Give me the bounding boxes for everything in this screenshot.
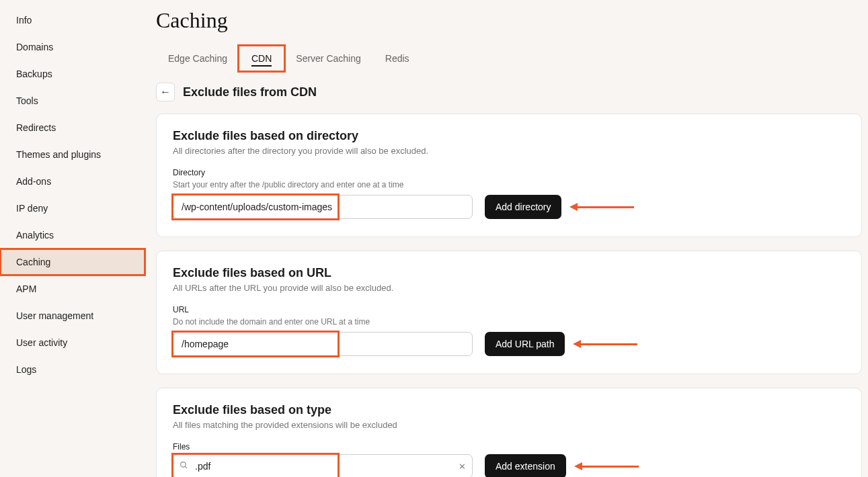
tab-edge-caching[interactable]: Edge Caching bbox=[156, 46, 239, 71]
field-hint: Start your entry after the /public direc… bbox=[173, 180, 845, 189]
tab-server-caching[interactable]: Server Caching bbox=[284, 46, 373, 71]
sidebar-item-label: Logs bbox=[16, 364, 36, 375]
arrow-head-icon bbox=[569, 203, 578, 211]
annotation-arrow bbox=[573, 340, 637, 348]
card-desc: All files matching the provided extensio… bbox=[173, 420, 845, 430]
clear-icon[interactable]: ✕ bbox=[459, 462, 466, 472]
field-label: Directory bbox=[173, 168, 845, 177]
card-title: Exclude files based on type bbox=[173, 403, 845, 417]
card-desc: All URLs after the URL you provide will … bbox=[173, 283, 845, 293]
arrow-head-icon bbox=[573, 340, 581, 348]
url-input[interactable] bbox=[173, 332, 473, 356]
arrow-line bbox=[581, 343, 637, 345]
sidebar-item-redirects[interactable]: Redirects bbox=[0, 114, 145, 141]
sidebar-item-analytics[interactable]: Analytics bbox=[0, 222, 145, 249]
sidebar-item-domains[interactable]: Domains bbox=[0, 34, 145, 60]
field-hint: Do not include the domain and enter one … bbox=[173, 317, 845, 327]
sidebar-item-label: Themes and plugins bbox=[16, 149, 101, 160]
annotation-arrow bbox=[574, 462, 639, 470]
tab-label: CDN bbox=[251, 53, 272, 64]
card-desc: All directories after the directory you … bbox=[173, 146, 845, 156]
tab-label: Redis bbox=[385, 53, 409, 64]
sidebar-item-label: Tools bbox=[16, 95, 38, 106]
add-directory-button[interactable]: Add directory bbox=[485, 195, 561, 219]
sidebar-item-label: IP deny bbox=[16, 203, 48, 214]
sidebar-item-themes-plugins[interactable]: Themes and plugins bbox=[0, 141, 145, 168]
sidebar-item-user-activity[interactable]: User activity bbox=[0, 329, 145, 356]
files-input[interactable] bbox=[173, 454, 473, 477]
field-label: Files bbox=[173, 442, 845, 451]
card-title: Exclude files based on URL bbox=[173, 266, 845, 280]
sidebar-item-label: Caching bbox=[16, 257, 50, 267]
sidebar-item-ipdeny[interactable]: IP deny bbox=[0, 195, 145, 222]
card-exclude-type: Exclude files based on type All files ma… bbox=[156, 388, 862, 477]
tab-cdn[interactable]: CDN bbox=[239, 46, 284, 71]
sidebar-item-label: APM bbox=[16, 284, 36, 294]
sidebar-item-backups[interactable]: Backups bbox=[0, 60, 145, 87]
sidebar-item-label: Domains bbox=[16, 42, 53, 52]
sidebar-item-apm[interactable]: APM bbox=[0, 275, 145, 302]
arrow-left-icon: ← bbox=[160, 86, 171, 98]
add-extension-button[interactable]: Add extension bbox=[485, 454, 566, 477]
sidebar-item-label: User activity bbox=[16, 337, 67, 348]
directory-input[interactable] bbox=[173, 195, 473, 219]
back-button[interactable]: ← bbox=[156, 83, 175, 101]
main-content: Caching Edge Caching CDN Server Caching … bbox=[145, 0, 868, 477]
sidebar-item-info[interactable]: Info bbox=[0, 7, 145, 34]
card-exclude-directory: Exclude files based on directory All dir… bbox=[156, 114, 862, 237]
arrow-line bbox=[578, 206, 634, 208]
arrow-line bbox=[582, 466, 639, 468]
sidebar-item-label: User management bbox=[16, 310, 93, 321]
sidebar-item-tools[interactable]: Tools bbox=[0, 87, 145, 114]
annotation-arrow bbox=[569, 203, 634, 211]
sidebar: Info Domains Backups Tools Redirects The… bbox=[0, 0, 145, 477]
tab-label: Server Caching bbox=[296, 53, 361, 64]
card-title: Exclude files based on directory bbox=[173, 129, 845, 143]
sidebar-item-label: Add-ons bbox=[16, 176, 51, 187]
sidebar-item-caching[interactable]: Caching bbox=[0, 249, 145, 275]
sidebar-item-addons[interactable]: Add-ons bbox=[0, 168, 145, 195]
tab-redis[interactable]: Redis bbox=[373, 46, 422, 71]
card-exclude-url: Exclude files based on URL All URLs afte… bbox=[156, 251, 862, 374]
sub-header: ← Exclude files from CDN bbox=[156, 83, 863, 101]
tabs: Edge Caching CDN Server Caching Redis bbox=[156, 46, 863, 71]
add-url-button[interactable]: Add URL path bbox=[485, 332, 565, 356]
sidebar-item-label: Analytics bbox=[16, 230, 54, 241]
sidebar-item-label: Redirects bbox=[16, 122, 56, 133]
sidebar-item-label: Info bbox=[16, 15, 32, 26]
arrow-head-icon bbox=[574, 462, 582, 470]
tab-label: Edge Caching bbox=[168, 53, 227, 64]
sub-title: Exclude files from CDN bbox=[183, 85, 317, 99]
sidebar-item-user-management[interactable]: User management bbox=[0, 302, 145, 329]
sidebar-item-label: Backups bbox=[16, 69, 52, 79]
page-title: Caching bbox=[156, 8, 863, 33]
field-label: URL bbox=[173, 305, 845, 314]
sidebar-item-logs[interactable]: Logs bbox=[0, 356, 145, 383]
